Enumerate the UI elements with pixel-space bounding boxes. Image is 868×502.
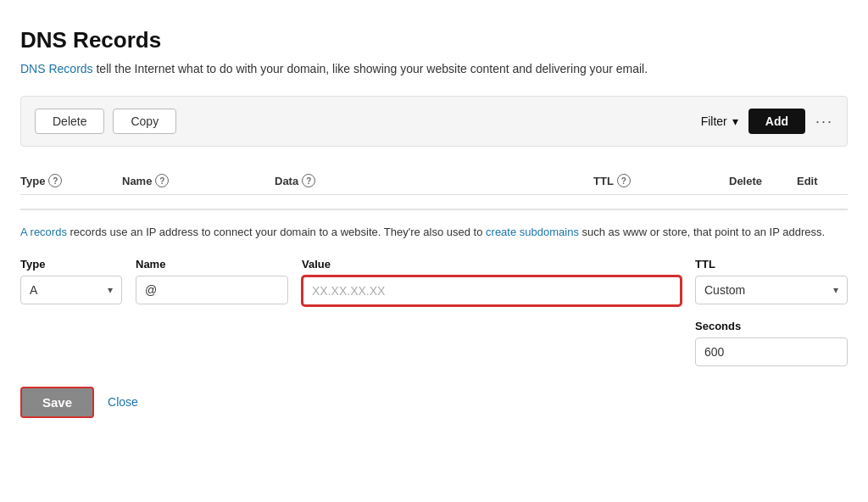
name-input[interactable] [136,276,288,304]
col-type-label: Type [20,175,45,187]
save-button[interactable]: Save [20,387,94,418]
ttl-label: TTL [695,258,848,271]
seconds-input[interactable] [695,337,848,366]
value-input[interactable] [302,276,682,306]
toolbar-left: Delete Copy [35,109,176,134]
col-name: Name ? [122,174,275,187]
col-edit: Edit [797,174,848,187]
data-help-icon[interactable]: ? [302,174,315,187]
ttl-help-icon[interactable]: ? [617,174,631,187]
name-label: Name [136,258,288,271]
more-options-button[interactable]: ··· [815,113,833,131]
seconds-label: Seconds [695,320,848,332]
page-description: DNS Records tell the Internet what to do… [20,62,848,75]
ttl-group: TTL Custom 1 hour 4 hours 8 hours 12 hou… [695,258,848,304]
close-button[interactable]: Close [108,395,138,409]
ttl-select-wrapper[interactable]: Custom 1 hour 4 hours 8 hours 12 hours 1… [695,276,848,304]
page-title: DNS Records [20,27,848,53]
section-description: A records records use an IP address to c… [20,209,848,241]
type-label: Type [20,258,122,271]
col-delete-label: Delete [729,175,762,187]
footer-row: Save Close [20,387,848,418]
copy-button[interactable]: Copy [113,109,176,134]
value-label: Value [302,258,682,271]
dns-form-row: Type A AAAA CNAME MX TXT ▾ Name Value TT… [20,258,848,306]
chevron-down-icon: ▾ [732,114,738,128]
delete-button[interactable]: Delete [35,109,104,134]
filter-label: Filter [701,114,727,128]
col-name-label: Name [122,175,152,187]
seconds-group: Seconds [695,320,848,366]
table-header: Type ? Name ? Data ? TTL ? Delete Edit [20,167,848,195]
name-help-icon[interactable]: ? [155,174,169,187]
seconds-row: Seconds [20,320,848,366]
col-delete: Delete [729,174,797,187]
create-subdomains-link[interactable]: create subdomains [486,226,579,238]
col-ttl-label: TTL [593,175,614,187]
type-group: Type A AAAA CNAME MX TXT ▾ [20,258,122,304]
col-ttl: TTL ? [593,174,729,187]
col-data-label: Data [275,175,298,187]
value-group: Value [302,258,682,306]
col-data: Data ? [275,174,593,187]
dns-records-link[interactable]: DNS Records [20,62,93,75]
col-edit-label: Edit [797,175,818,187]
type-help-icon[interactable]: ? [48,174,62,187]
toolbar-right: Filter ▾ Add ··· [701,109,833,134]
col-type: Type ? [20,174,122,187]
type-select[interactable]: A AAAA CNAME MX TXT [30,283,113,297]
name-group: Name [136,258,288,304]
toolbar: Delete Copy Filter ▾ Add ··· [20,96,848,147]
filter-button[interactable]: Filter ▾ [701,114,738,128]
add-button[interactable]: Add [748,109,805,134]
ttl-select[interactable]: Custom 1 hour 4 hours 8 hours 12 hours 1… [704,283,838,297]
a-records-link[interactable]: A records [20,226,67,238]
type-select-wrapper[interactable]: A AAAA CNAME MX TXT ▾ [20,276,122,304]
